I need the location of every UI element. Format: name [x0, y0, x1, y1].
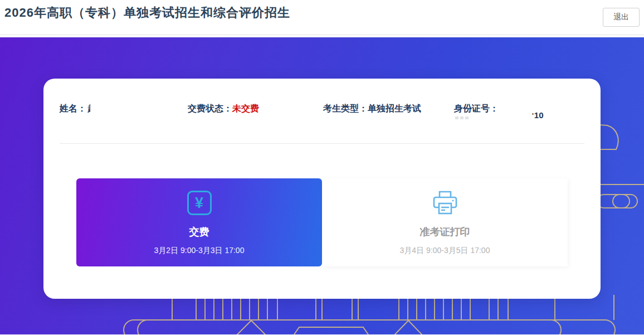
payment-status-field: 交费状态： 未交费: [188, 103, 323, 115]
yen-glyph: ¥: [195, 195, 203, 212]
student-status-card: 姓名： 赵 交费状态： 未交费 考生类型： 单独招生考试 身份证号： 10: [43, 79, 601, 299]
name-field: 姓名： 赵: [60, 103, 188, 115]
printer-icon: [431, 190, 459, 216]
candidate-type-field: 考生类型： 单独招生考试: [323, 103, 454, 115]
print-tile-title: 准考证打印: [420, 225, 470, 239]
yen-icon: ¥: [187, 190, 212, 216]
logout-button[interactable]: 退出: [603, 8, 640, 27]
id-number-label: 身份证号：: [454, 103, 499, 115]
candidate-type-value: 单独招生考试: [368, 103, 421, 115]
page-title: 2026年高职（专科）单独考试招生和综合评价招生: [4, 4, 290, 21]
student-info-row: 姓名： 赵 交费状态： 未交费 考生类型： 单独招生考试 身份证号： 10: [60, 103, 584, 115]
action-tiles: ¥ 交费 3月2日 9:00-3月3日 17:00 准考证打印: [76, 178, 568, 266]
print-tile-time-range: 3月4日 9:00-3月5日 17:00: [400, 246, 490, 256]
id-number-field: 身份证号： 10: [454, 103, 584, 115]
id-number-visible-digits: 10: [532, 110, 544, 120]
info-divider: [60, 143, 584, 144]
payment-status-value: 未交费: [232, 103, 259, 115]
pay-tile-time-range: 3月2日 9:00-3月3日 17:00: [154, 246, 245, 256]
pay-tile[interactable]: ¥ 交费 3月2日 9:00-3月3日 17:00: [76, 178, 322, 266]
candidate-type-label: 考生类型：: [323, 103, 368, 115]
banner-background: 姓名： 赵 交费状态： 未交费 考生类型： 单独招生考试 身份证号： 10: [0, 37, 644, 334]
name-label: 姓名：: [60, 103, 86, 115]
page-header: 2026年高职（专科）单独考试招生和综合评价招生 退出: [0, 0, 644, 35]
name-value-redacted: 赵: [87, 103, 90, 113]
payment-status-label: 交费状态：: [188, 103, 232, 115]
pay-tile-title: 交费: [189, 225, 209, 239]
print-admission-ticket-tile[interactable]: 准考证打印 3月4日 9:00-3月5日 17:00: [322, 178, 568, 266]
id-number-redacted: [455, 116, 469, 119]
